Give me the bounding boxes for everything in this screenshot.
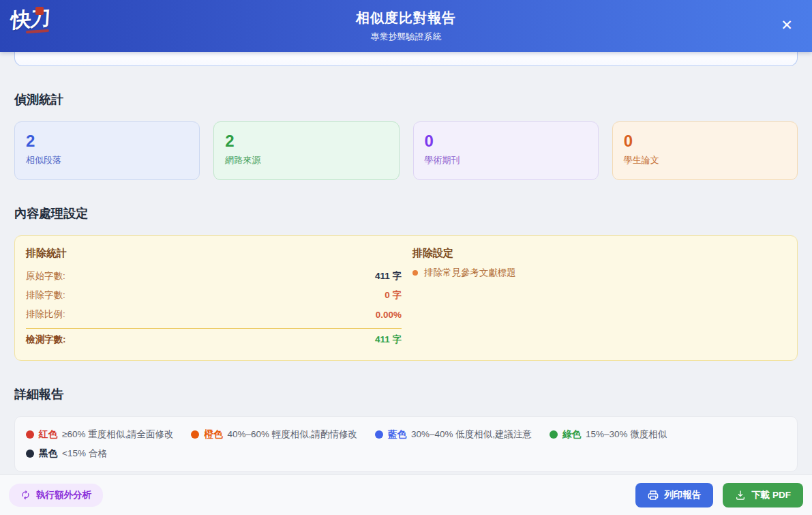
footer-right-actions: 列印報告 下載 PDF [635,483,803,507]
run-extra-analysis-button[interactable]: 執行額外分析 [9,484,103,507]
excluded-word-count-row: 排除字數: 0 字 [26,286,402,305]
legend-row-1: 紅色 ≥60% 重度相似,請全面修改 橙色 40%–60% 輕度相似,請酌情修改… [26,425,786,444]
stat-label: 相似段落 [26,154,188,166]
legend-name: 黑色 [39,447,57,460]
stat-card-academic-journals: 0 學術期刊 [413,121,599,180]
orange-marker-icon [191,430,199,439]
legend-row-2: 黑色 <15% 合格 [26,444,786,463]
stat-label: 學術期刊 [425,154,587,166]
content-processing-title: 內容處理設定 [14,205,798,222]
legend-name: 橙色 [204,428,222,441]
detection-stats-row: 2 相似段落 2 網路來源 0 學術期刊 0 學生論文 [14,121,798,180]
exclusion-settings-title: 排除設定 [412,247,786,260]
blue-marker-icon [375,430,383,439]
green-marker-icon [550,430,558,439]
stat-value: 2 [26,132,188,150]
similarity-legend-card: 紅色 ≥60% 重度相似,請全面修改 橙色 40%–60% 輕度相似,請酌情修改… [14,416,798,472]
legend-name: 綠色 [562,428,581,441]
action-bar: 執行額外分析 列印報告 下載 PDF [0,474,812,515]
exclusion-stats-column: 排除統計 原始字數: 411 字 排除字數: 0 字 排除比例: 0.00% 檢… [26,247,402,349]
legend-text: 40%–60% 輕度相似,請酌情修改 [227,428,357,441]
black-marker-icon [26,450,34,458]
summary-card-cropped [14,52,798,66]
stat-value: 0 [624,132,786,150]
legend-text: 30%–40% 低度相似,建議注意 [411,428,532,441]
legend-item-red: 紅色 ≥60% 重度相似,請全面修改 [26,427,173,442]
printer-icon [648,490,659,501]
stat-card-web-sources: 2 網路來源 [213,121,399,180]
row-label: 原始字數: [26,270,65,282]
legend-text: 15%–30% 微度相似 [586,428,667,441]
row-label: 排除字數: [26,289,65,301]
refresh-icon [20,490,31,500]
stat-card-similar-paragraphs: 2 相似段落 [14,121,200,180]
app-logo: 快刀 [11,5,59,46]
print-report-label: 列印報告 [664,489,701,501]
legend-item-green: 綠色 15%–30% 微度相似 [550,427,667,442]
legend-item-blue: 藍色 30%–40% 低度相似,建議注意 [375,427,532,442]
download-pdf-button[interactable]: 下載 PDF [723,483,803,507]
row-value: 411 字 [375,270,402,282]
stat-label: 學生論文 [624,154,786,166]
detection-stats-title: 偵測統計 [14,91,798,108]
report-header: 快刀 相似度比對報告 專業抄襲驗證系統 ✕ [0,0,812,52]
stat-value: 0 [425,132,587,150]
original-word-count-row: 原始字數: 411 字 [26,267,402,286]
page-title: 相似度比對報告 [356,9,456,27]
content-processing-card: 排除統計 原始字數: 411 字 排除字數: 0 字 排除比例: 0.00% 檢… [14,235,798,361]
stat-card-student-papers: 0 學生論文 [612,121,798,180]
exclusion-settings-column: 排除設定 排除常見參考文獻標題 [412,247,786,349]
download-pdf-label: 下載 PDF [751,489,791,501]
download-icon [735,490,746,501]
legend-text: ≥60% 重度相似,請全面修改 [62,428,173,441]
row-label: 檢測字數: [26,334,66,346]
header-titles: 相似度比對報告 專業抄襲驗證系統 [356,9,456,43]
row-label: 排除比例: [26,308,65,321]
legend-item-orange: 橙色 40%–60% 輕度相似,請酌情修改 [191,427,357,442]
detailed-report-title: 詳細報告 [14,386,798,402]
legend-item-black: 黑色 <15% 合格 [26,446,107,461]
row-value: 0 字 [385,289,402,301]
exclusion-stats-title: 排除統計 [26,247,402,260]
red-marker-icon [26,430,34,439]
page-subtitle: 專業抄襲驗證系統 [356,31,456,43]
logo-seal-icon [35,7,44,15]
detected-word-count-row: 檢測字數: 411 字 [26,330,402,349]
close-button[interactable]: ✕ [777,15,797,35]
stat-label: 網路來源 [225,154,387,166]
row-value: 0.00% [376,310,402,320]
run-extra-analysis-label: 執行額外分析 [36,489,91,501]
legend-name: 藍色 [388,428,406,441]
exclusion-setting-item: 排除常見參考文獻標題 [412,267,786,279]
legend-name: 紅色 [39,428,57,441]
stat-value: 2 [225,132,387,150]
report-body: 偵測統計 2 相似段落 2 網路來源 0 學術期刊 0 學生論文 內容處理設定 … [0,52,812,474]
close-icon: ✕ [781,17,793,33]
bullet-dot-icon [412,270,418,276]
legend-text: <15% 合格 [62,447,107,460]
logo-script-decoration [26,29,49,33]
print-report-button[interactable]: 列印報告 [635,483,713,507]
row-value: 411 字 [375,334,402,346]
setting-label: 排除常見參考文獻標題 [424,267,516,279]
divider [26,328,402,329]
exclusion-ratio-row: 排除比例: 0.00% [26,305,402,324]
